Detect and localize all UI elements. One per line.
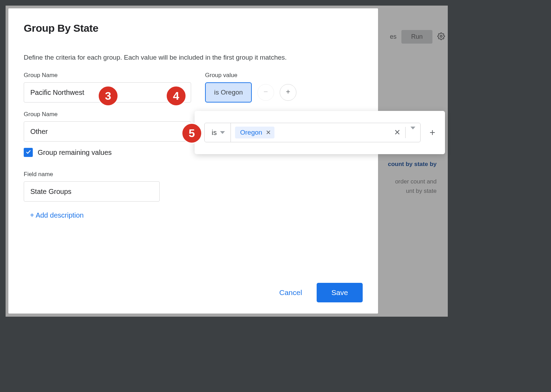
chevron-down-icon	[410, 127, 415, 135]
remove-value-button[interactable]	[257, 84, 274, 101]
plus-icon	[285, 89, 291, 96]
group-value-label: Group value	[205, 72, 296, 79]
filter-token-label: Oregon	[240, 129, 262, 136]
operator-value: is	[212, 129, 217, 137]
group-by-modal: Group By State Define the criteria for e…	[8, 8, 378, 314]
clear-filter-button[interactable]: ✕	[389, 127, 406, 138]
minus-icon	[263, 89, 269, 96]
group-name-label-1: Group Name	[24, 72, 191, 79]
add-value-button[interactable]	[280, 84, 296, 101]
check-icon	[25, 149, 31, 156]
field-name-label: Field name	[24, 171, 363, 178]
chevron-down-icon	[220, 131, 225, 134]
filter-row: is Oregon ✕ ✕	[204, 123, 421, 142]
filter-more-dropdown[interactable]	[406, 129, 420, 136]
close-icon: ✕	[394, 128, 400, 137]
field-name-input[interactable]	[24, 181, 160, 202]
annotation-badge-5: 5	[181, 123, 202, 144]
close-icon[interactable]: ✕	[266, 129, 271, 136]
group-remaining-label: Group remaining values	[38, 149, 112, 157]
annotation-badge-4: 4	[166, 85, 187, 106]
modal-description: Define the criteria for each group. Each…	[24, 54, 363, 61]
add-description-link[interactable]: + Add description	[30, 211, 363, 219]
filter-dropdown-panel: is Oregon ✕ ✕ +	[195, 111, 445, 154]
add-filter-button[interactable]: +	[430, 127, 435, 138]
group-name-input-2[interactable]	[24, 121, 191, 142]
cancel-button[interactable]: Cancel	[279, 288, 302, 297]
annotation-badge-3: 3	[98, 85, 119, 106]
save-button[interactable]: Save	[317, 283, 363, 302]
group-remaining-checkbox[interactable]	[24, 148, 33, 157]
plus-icon: +	[430, 127, 435, 138]
filter-token[interactable]: Oregon ✕	[235, 127, 274, 138]
operator-select[interactable]: is	[205, 123, 231, 142]
modal-title: Group By State	[24, 22, 363, 34]
group-value-chip[interactable]: is Oregon	[205, 82, 252, 103]
